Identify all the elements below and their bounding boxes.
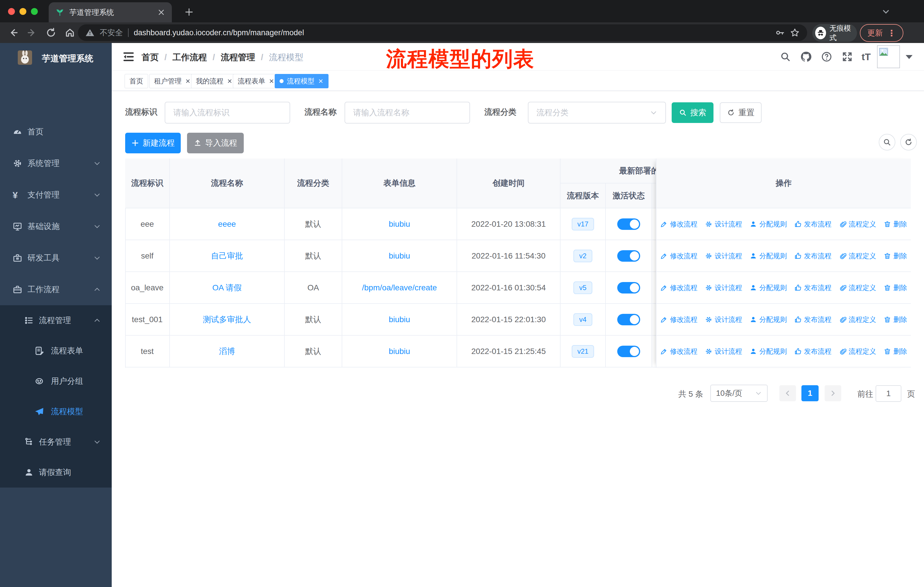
sidebar-item-process-form[interactable]: 流程表单 xyxy=(0,336,112,366)
process-definition-link[interactable]: 流程定义 xyxy=(839,283,876,293)
browser-tab[interactable]: 芋道管理系统 xyxy=(49,2,172,22)
tab-close-icon[interactable] xyxy=(158,8,165,16)
process-name-link[interactable]: 测试多审批人 xyxy=(203,314,251,325)
sidebar-item-user-group[interactable]: 用户分组 xyxy=(0,366,112,397)
design-process-link[interactable]: 设计流程 xyxy=(705,220,742,229)
breadcrumb-home[interactable]: 首页 xyxy=(142,53,159,62)
tag-tenant[interactable]: 租户管理 xyxy=(149,74,196,88)
import-process-button[interactable]: 导入流程 xyxy=(187,133,244,153)
tag-close-icon[interactable] xyxy=(269,78,274,84)
process-name-link[interactable]: 自己审批 xyxy=(211,251,243,261)
process-key-input[interactable] xyxy=(165,102,290,124)
tag-my-process[interactable]: 我的流程 xyxy=(191,74,238,88)
tab-search-chevron-icon[interactable] xyxy=(881,7,891,17)
assign-rule-link[interactable]: 分配规则 xyxy=(749,315,787,324)
modify-process-link[interactable]: 修改流程 xyxy=(660,220,698,229)
process-definition-link[interactable]: 流程定义 xyxy=(839,251,876,261)
font-size-icon[interactable]: tT xyxy=(860,50,873,63)
cell-name-link[interactable]: 测试多审批人 xyxy=(170,304,285,336)
cell-name-link[interactable]: 滔博 xyxy=(170,336,285,367)
browser-update-button[interactable]: 更新 ⋮ xyxy=(860,24,903,42)
security-warning-icon[interactable] xyxy=(85,28,94,37)
cell-form-link[interactable]: biubiu xyxy=(342,208,457,240)
form-info-link[interactable]: biubiu xyxy=(389,347,410,356)
publish-process-link[interactable]: 发布流程 xyxy=(794,283,832,293)
window-maximize-button[interactable] xyxy=(31,8,38,15)
create-process-button[interactable]: 新建流程 xyxy=(125,133,181,153)
process-definition-link[interactable]: 流程定义 xyxy=(839,220,876,229)
security-label[interactable]: 不安全 xyxy=(100,28,123,38)
process-definition-link[interactable]: 流程定义 xyxy=(839,315,876,324)
reload-icon[interactable] xyxy=(45,27,57,38)
publish-process-link[interactable]: 发布流程 xyxy=(794,220,832,229)
help-circle-icon[interactable] xyxy=(820,50,833,63)
cell-form-link[interactable]: biubiu xyxy=(342,336,457,367)
sidebar-item-infra[interactable]: 基础设施 xyxy=(0,211,112,242)
password-key-icon[interactable] xyxy=(775,28,785,38)
sidebar-item-task-mgmt[interactable]: 任务管理 xyxy=(0,427,112,457)
next-page-button[interactable] xyxy=(825,385,841,401)
assign-rule-link[interactable]: 分配规则 xyxy=(749,220,787,229)
publish-process-link[interactable]: 发布流程 xyxy=(794,347,832,356)
cell-name-link[interactable]: eeee xyxy=(170,208,285,240)
sidebar-item-process-model[interactable]: 流程模型 xyxy=(0,397,112,427)
breadcrumb-workflow[interactable]: 工作流程 xyxy=(172,53,207,62)
bookmark-star-icon[interactable] xyxy=(790,28,800,38)
design-process-link[interactable]: 设计流程 xyxy=(705,283,742,293)
design-process-link[interactable]: 设计流程 xyxy=(705,251,742,261)
delete-link[interactable]: 删除 xyxy=(884,283,907,293)
form-info-link[interactable]: biubiu xyxy=(389,251,410,261)
back-icon[interactable] xyxy=(7,27,19,38)
form-info-link[interactable]: /bpm/oa/leave/create xyxy=(362,283,437,293)
prev-page-button[interactable] xyxy=(779,385,796,401)
tag-home[interactable]: 首页 xyxy=(125,74,148,88)
process-definition-link[interactable]: 流程定义 xyxy=(839,347,876,356)
cell-name-link[interactable]: OA 请假 xyxy=(170,272,285,304)
assign-rule-link[interactable]: 分配规则 xyxy=(749,283,787,293)
sidebar-logo-row[interactable]: 芋道管理系统 xyxy=(0,43,112,73)
publish-process-link[interactable]: 发布流程 xyxy=(794,315,832,324)
delete-link[interactable]: 删除 xyxy=(884,220,907,229)
search-button[interactable]: 搜索 xyxy=(672,103,713,123)
user-avatar[interactable] xyxy=(877,45,900,68)
cell-form-link[interactable]: biubiu xyxy=(342,240,457,272)
cell-form-link[interactable]: biubiu xyxy=(342,304,457,336)
header-search-icon[interactable] xyxy=(779,50,792,63)
table-search-toggle-button[interactable] xyxy=(879,134,895,150)
process-name-link[interactable]: 滔博 xyxy=(219,346,235,357)
tag-close-icon[interactable] xyxy=(227,78,233,84)
sidebar-item-workflow[interactable]: 工作流程 xyxy=(0,274,112,305)
publish-process-link[interactable]: 发布流程 xyxy=(794,251,832,261)
breadcrumb-process-mgmt[interactable]: 流程管理 xyxy=(221,53,255,62)
address-bar[interactable]: 不安全 dashboard.yudao.iocoder.cn/bpm/manag… xyxy=(78,24,807,41)
process-name-input[interactable] xyxy=(345,102,470,124)
sidebar-fold-icon[interactable] xyxy=(122,50,135,63)
delete-link[interactable]: 删除 xyxy=(884,315,907,324)
current-page-button[interactable]: 1 xyxy=(802,385,818,401)
delete-link[interactable]: 删除 xyxy=(884,251,907,261)
fullscreen-icon[interactable] xyxy=(841,50,853,63)
browser-menu-dots-icon[interactable]: ⋮ xyxy=(887,28,896,38)
page-size-select[interactable]: 10条/页 xyxy=(710,385,767,402)
form-info-link[interactable]: biubiu xyxy=(389,315,410,324)
status-toggle[interactable] xyxy=(617,250,640,262)
status-toggle[interactable] xyxy=(617,218,640,230)
url-text[interactable]: dashboard.yudao.iocoder.cn/bpm/manager/m… xyxy=(134,28,770,37)
new-tab-button[interactable] xyxy=(182,5,196,19)
goto-page-input[interactable] xyxy=(876,385,901,402)
sidebar-item-process-mgmt[interactable]: 流程管理 xyxy=(0,305,112,336)
form-info-link[interactable]: biubiu xyxy=(389,220,410,229)
sidebar-item-devtools[interactable]: 研发工具 xyxy=(0,242,112,274)
process-name-link[interactable]: OA 请假 xyxy=(212,282,242,293)
design-process-link[interactable]: 设计流程 xyxy=(705,347,742,356)
cell-form-link[interactable]: /bpm/oa/leave/create xyxy=(342,272,457,304)
tag-close-icon[interactable] xyxy=(185,78,191,84)
modify-process-link[interactable]: 修改流程 xyxy=(660,283,698,293)
tag-close-icon[interactable] xyxy=(318,78,323,84)
forward-icon[interactable] xyxy=(26,27,38,38)
status-toggle[interactable] xyxy=(617,346,640,357)
status-toggle[interactable] xyxy=(617,314,640,325)
update-label[interactable]: 更新 xyxy=(867,28,883,38)
modify-process-link[interactable]: 修改流程 xyxy=(660,251,698,261)
avatar-caret-icon[interactable] xyxy=(906,55,912,59)
